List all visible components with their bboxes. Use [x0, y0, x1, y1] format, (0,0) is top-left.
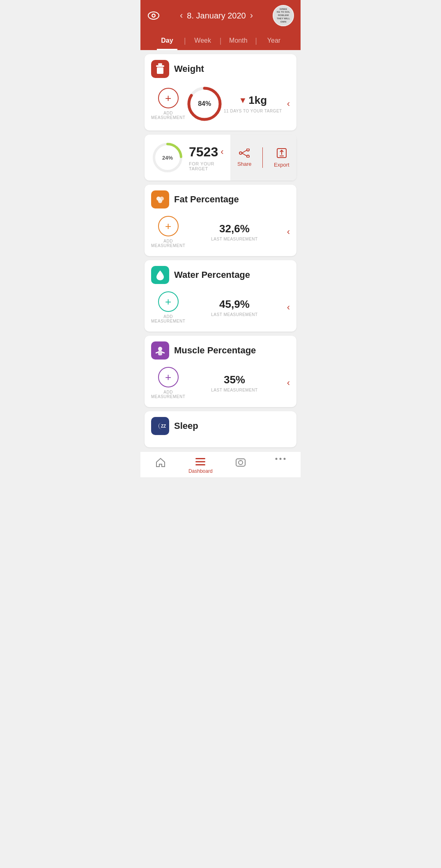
fat-add-measurement[interactable]: + ADDMEASUREMENT: [151, 216, 185, 248]
muscle-body: + ADDMEASUREMENT 35% LAST MEASUREMENT ‹: [145, 364, 296, 407]
weight-body: + ADDMEASUREMENT 84% ▼ 1kg: [145, 82, 296, 131]
fat-value-wrap: 32,6% LAST MEASUREMENT: [185, 222, 283, 241]
steps-value-wrap: 7523 ‹ FOR YOUR TARGET: [189, 144, 224, 171]
sleep-title: Sleep: [174, 421, 198, 431]
weight-down-arrow: ▼: [239, 96, 247, 105]
fat-icon: [151, 190, 169, 208]
fat-title: Fat Percentage: [174, 194, 239, 205]
sleep-card-header: ZZ Sleep: [145, 411, 296, 439]
nav-dashboard[interactable]: Dashboard: [181, 455, 221, 476]
date-nav: ‹ 8. January 2020 ›: [180, 10, 253, 21]
tab-year[interactable]: Year: [257, 31, 291, 50]
weight-target: ▼ 1kg 11 DAYS TO YOUR TARGET: [224, 94, 282, 114]
water-sub: LAST MEASUREMENT: [211, 312, 257, 317]
export-button[interactable]: Export: [274, 148, 289, 168]
steps-value: 7523: [189, 144, 218, 160]
water-card: Water Percentage + ADDMEASUREMENT 45,9% …: [145, 260, 296, 332]
muscle-value: 35%: [224, 373, 245, 386]
weight-card: Weight + ADDMEASUREMENT 84%: [145, 54, 296, 131]
svg-rect-22: [158, 350, 162, 355]
svg-point-20: [158, 199, 162, 203]
weight-target-value: ▼ 1kg: [239, 94, 267, 107]
svg-point-21: [158, 347, 162, 351]
steps-actions: Share Export: [230, 135, 296, 181]
svg-point-10: [247, 149, 249, 151]
fat-card-header: Fat Percentage: [145, 185, 296, 213]
sleep-icon: ZZ: [151, 417, 169, 435]
svg-rect-28: [195, 464, 205, 465]
muscle-card: Muscle Percentage + ADDMEASUREMENT 35% L…: [145, 336, 296, 407]
export-label: Export: [274, 162, 289, 168]
svg-text:ZZ: ZZ: [161, 424, 166, 428]
tab-day[interactable]: Day: [150, 31, 184, 50]
water-chevron[interactable]: ‹: [287, 302, 290, 313]
steps-ring-label: 24%: [162, 155, 173, 161]
weight-card-header: Weight: [145, 54, 296, 82]
water-title: Water Percentage: [174, 270, 250, 280]
steps-sub: FOR YOUR TARGET: [189, 161, 224, 171]
water-icon: [151, 266, 169, 284]
svg-point-2: [153, 15, 155, 17]
action-divider: [262, 147, 263, 168]
tab-bar: Day | Week | Month | Year: [147, 31, 294, 50]
muscle-icon: [151, 341, 169, 360]
fat-add-circle[interactable]: +: [158, 216, 179, 236]
tab-month[interactable]: Month: [221, 31, 255, 50]
svg-line-24: [162, 352, 164, 353]
scale-icon: [235, 457, 246, 468]
svg-point-34: [284, 458, 286, 460]
svg-line-23: [156, 352, 158, 353]
water-add-circle[interactable]: +: [158, 291, 179, 312]
weight-add-measurement[interactable]: + ADDMEASUREMENT: [151, 88, 185, 120]
next-date-button[interactable]: ›: [250, 10, 253, 21]
fat-chevron[interactable]: ‹: [287, 227, 290, 237]
eye-icon[interactable]: [147, 9, 160, 22]
muscle-sub: LAST MEASUREMENT: [211, 388, 257, 392]
share-label: Share: [237, 161, 252, 167]
tab-week[interactable]: Week: [186, 31, 220, 50]
weight-progress-label: 84%: [198, 100, 211, 108]
svg-rect-5: [157, 67, 163, 74]
fat-body: + ADDMEASUREMENT 32,6% LAST MEASUREMENT …: [145, 213, 296, 256]
water-body: + ADDMEASUREMENT 45,9% LAST MEASUREMENT …: [145, 288, 296, 332]
share-button[interactable]: Share: [237, 149, 252, 167]
muscle-chevron[interactable]: ‹: [287, 378, 290, 388]
muscle-add-measurement[interactable]: + ADDMEASUREMENT: [151, 367, 185, 399]
svg-point-33: [280, 458, 282, 460]
nav-scale[interactable]: [220, 455, 261, 476]
prev-date-button[interactable]: ‹: [180, 10, 183, 21]
svg-point-12: [239, 152, 242, 154]
svg-point-11: [247, 155, 249, 158]
nav-home[interactable]: [140, 455, 181, 476]
app-logo: GINEEKE TO SOLROBLEMTHEY WILLOWN: [273, 5, 294, 26]
weight-kg: 1kg: [248, 94, 267, 107]
svg-rect-4: [156, 65, 164, 67]
bottom-nav: Dashboard: [140, 451, 301, 477]
svg-rect-3: [158, 63, 162, 65]
muscle-title: Muscle Percentage: [174, 345, 256, 356]
sleep-card: ZZ Sleep: [145, 411, 296, 447]
weight-icon: [151, 60, 169, 78]
nav-more[interactable]: [261, 455, 301, 476]
steps-chevron[interactable]: ‹: [220, 147, 223, 157]
muscle-card-header: Muscle Percentage: [145, 336, 296, 364]
fat-sub: LAST MEASUREMENT: [211, 237, 257, 241]
dashboard-icon: [195, 457, 206, 467]
water-add-measurement[interactable]: + ADDMEASUREMENT: [151, 291, 185, 323]
water-card-header: Water Percentage: [145, 260, 296, 288]
fat-value: 32,6%: [219, 222, 250, 235]
home-icon: [155, 457, 166, 467]
svg-line-13: [242, 150, 247, 153]
svg-point-32: [276, 458, 278, 460]
weight-add-label: ADDMEASUREMENT: [151, 111, 185, 120]
weight-chevron[interactable]: ‹: [287, 98, 290, 109]
header-top: ‹ 8. January 2020 › GINEEKE TO SOLROBLEM…: [147, 5, 294, 31]
muscle-add-circle[interactable]: +: [158, 367, 179, 387]
weight-title: Weight: [174, 64, 204, 74]
weight-add-circle[interactable]: +: [158, 88, 179, 108]
muscle-value-wrap: 35% LAST MEASUREMENT: [185, 373, 283, 392]
svg-rect-29: [236, 459, 245, 466]
weight-target-sub: 11 DAYS TO YOUR TARGET: [224, 108, 282, 114]
svg-rect-26: [195, 458, 205, 459]
more-icon: [275, 457, 286, 461]
